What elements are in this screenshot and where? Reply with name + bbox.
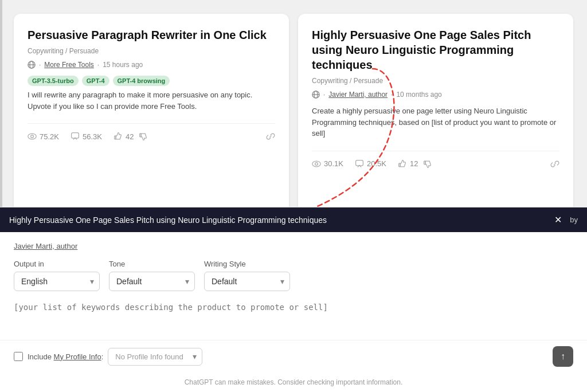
output-label: Output in	[14, 260, 100, 268]
svg-rect-6	[115, 136, 116, 139]
output-select-wrapper: English Spanish French German	[14, 272, 100, 291]
tone-label: Tone	[109, 260, 195, 268]
badge-browsing: GPT-4 browsing	[113, 76, 170, 86]
card2-meta: · Javier Marti, author · 10 months ago	[312, 91, 559, 99]
modal-footer: Include My Profile Info: No Profile Info…	[0, 340, 587, 375]
card2-title: Highly Persuasive One Page Sales Pitch u…	[312, 28, 559, 72]
card2-views: 30.1K	[312, 159, 343, 168]
svg-rect-14	[399, 163, 400, 167]
thumbup-icon-2	[398, 159, 407, 168]
profile-colon: :	[101, 352, 104, 361]
badge-gpt4: GPT-4	[82, 76, 109, 86]
output-group: Output in English Spanish French German	[14, 260, 100, 291]
output-select[interactable]: English Spanish French German	[14, 272, 100, 291]
svg-point-12	[315, 162, 318, 165]
form-row: Output in English Spanish French German …	[14, 260, 573, 291]
card1-desc-inline: I will rewrite any paragraph to make it …	[28, 89, 275, 112]
globe-icon	[28, 61, 36, 69]
send-icon: ↑	[561, 351, 565, 362]
modal-body: Javier Marti, author Output in English S…	[0, 232, 587, 340]
card2-desc: Create a highly persuasive one page lett…	[312, 105, 559, 139]
card2-comment-count: 20.5K	[367, 159, 386, 168]
card1-title: Persuasive Paragraph Rewriter in One Cli…	[28, 28, 275, 42]
send-button[interactable]: ↑	[553, 346, 573, 367]
writing-style-group: Writing Style Default Descriptive Persua…	[204, 260, 290, 291]
dot3: ·	[323, 91, 325, 99]
card1-view-count: 75.2K	[40, 132, 59, 141]
profile-label: Include My Profile Info:	[28, 352, 103, 361]
profile-dropdown[interactable]: No Profile Info found	[108, 348, 202, 366]
chain-icon-2	[550, 159, 559, 168]
comment-icon	[71, 132, 80, 141]
card1-footer: 75.2K 56.3K 42	[28, 123, 275, 141]
profile-dropdown-wrapper: No Profile Info found	[108, 348, 202, 366]
bottom-notice: ChatGPT can make mistakes. Consider chec…	[0, 375, 587, 392]
thumbdown-icon-2	[423, 159, 432, 168]
eye-icon	[28, 132, 37, 141]
include-profile-checkbox[interactable]	[14, 352, 23, 361]
card2-footer: 30.1K 20.5K 12	[312, 151, 559, 168]
tone-select[interactable]: Default Formal Casual Friendly	[109, 272, 195, 291]
card-nlp: Highly Persuasive One Page Sales Pitch u…	[298, 14, 573, 218]
style-select-wrapper: Default Descriptive Persuasive Narrative	[204, 272, 290, 291]
modal-header-right: ✕ by	[552, 214, 578, 225]
card1-like-count: 42	[126, 132, 134, 141]
tone-group: Tone Default Formal Casual Friendly	[109, 260, 195, 291]
card1-likes: 42	[114, 132, 148, 141]
card1-comment-count: 56.3K	[83, 132, 102, 141]
modal-header: Highly Persuasive One Page Sales Pitch u…	[0, 207, 587, 232]
card1-category: Copywriting / Persuade	[28, 47, 275, 55]
comment-icon-2	[355, 159, 364, 168]
writing-style-label: Writing Style	[204, 260, 290, 268]
eye-icon-2	[312, 159, 321, 168]
globe-icon-2	[312, 91, 320, 99]
thumbdown-icon	[139, 132, 148, 141]
card1-time: 15 hours ago	[103, 61, 143, 69]
card-rewriter: Persuasive Paragraph Rewriter in One Cli…	[14, 14, 289, 218]
card1-comments: 56.3K	[71, 132, 102, 141]
modal-author-link[interactable]: Javier Marti, author	[14, 242, 77, 250]
by-label: by	[570, 215, 578, 224]
modal-overlay: Highly Persuasive One Page Sales Pitch u…	[0, 207, 587, 392]
card2-likes: 12	[398, 159, 432, 168]
svg-rect-15	[424, 161, 425, 164]
dot2: ·	[97, 61, 99, 69]
badge-gpt35: GPT-3.5-turbo	[28, 76, 79, 86]
card2-comments: 20.5K	[355, 159, 386, 168]
card1-meta: · More Free Tools · 15 hours ago	[28, 61, 275, 69]
card2-link-icon[interactable]	[550, 159, 559, 168]
chain-icon	[266, 132, 275, 141]
card1-views: 75.2K	[28, 132, 59, 141]
thumbup-icon	[114, 132, 123, 141]
card2-category: Copywriting / Persuade	[312, 77, 559, 85]
svg-point-4	[31, 135, 34, 138]
tone-select-wrapper: Default Formal Casual Friendly	[109, 272, 195, 291]
svg-point-3	[28, 134, 36, 139]
modal-title: Highly Persuasive One Page Sales Pitch u…	[9, 215, 552, 225]
card1-meta-link[interactable]: More Free Tools	[44, 61, 93, 69]
prompt-textarea[interactable]	[14, 300, 573, 323]
dot1: ·	[39, 61, 41, 69]
cards-container: Persuasive Paragraph Rewriter in One Cli…	[0, 0, 587, 218]
style-select[interactable]: Default Descriptive Persuasive Narrative	[204, 272, 290, 291]
include-text: Include	[28, 352, 52, 361]
svg-rect-7	[140, 134, 141, 137]
card2-meta-link[interactable]: Javier Marti, author	[328, 91, 388, 99]
dot4: ·	[391, 91, 393, 99]
close-icon: ✕	[554, 215, 562, 225]
footer-left: Include My Profile Info: No Profile Info…	[14, 348, 547, 366]
card1-badges: GPT-3.5-turbo GPT-4 GPT-4 browsing I wil…	[28, 76, 275, 112]
card2-time: 10 months ago	[396, 91, 441, 99]
card1-link-icon[interactable]	[266, 132, 275, 141]
card2-like-count: 12	[410, 159, 418, 168]
svg-point-11	[312, 161, 320, 167]
card2-view-count: 30.1K	[324, 159, 343, 168]
my-profile-link[interactable]: My Profile Info	[54, 352, 101, 361]
modal-close-button[interactable]: ✕	[552, 214, 564, 225]
